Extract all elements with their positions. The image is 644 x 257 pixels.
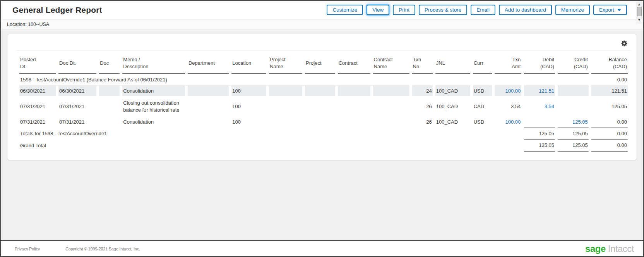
credit-link[interactable]: 125.05 <box>558 117 589 128</box>
table-header-row: PostedDt. Doc Dt. Doc Memo /Description … <box>19 52 628 74</box>
copyright-text: Copyright © 1999-2021 Sage Intacct, Inc. <box>65 247 140 251</box>
table-row: 07/31/2021 07/31/2021 Closing out consol… <box>19 96 628 117</box>
cell-txn-no: 26 <box>412 117 433 128</box>
cell-posted-dt: 07/31/2021 <box>19 96 56 117</box>
general-ledger-table: PostedDt. Doc Dt. Doc Memo /Description … <box>17 52 630 152</box>
account-group-label: 1598 - TestAccountOverride1 (Balance For… <box>19 74 409 86</box>
cell-contract <box>338 117 370 128</box>
cell-project-name <box>269 96 302 117</box>
column-header-project: Project <box>305 52 335 74</box>
report-card: PostedDt. Doc Dt. Doc Memo /Description … <box>7 34 637 160</box>
column-header-project-name: ProjectName <box>269 52 302 74</box>
cell-project <box>305 86 335 97</box>
cell-posted-dt: 07/31/2021 <box>19 117 56 128</box>
export-button-label: Export <box>599 7 614 13</box>
column-header-curr: Curr <box>473 52 492 74</box>
top-header-bar: General Ledger Report Customize View Pri… <box>1 1 643 19</box>
sage-logo-text: sage <box>585 243 606 254</box>
cell-curr: USD <box>473 117 492 128</box>
debit-link[interactable]: 3.54 <box>524 96 555 117</box>
column-header-posted-dt: PostedDt. <box>19 52 56 74</box>
scrollbar-thumb[interactable] <box>637 7 642 16</box>
column-header-debit-cad: Debit(CAD) <box>524 52 555 74</box>
column-header-txn-amt: TxnAmt <box>495 52 522 74</box>
column-header-balance-cad: Balance(CAD) <box>591 52 628 74</box>
cell-balance: 121.51 <box>591 86 628 97</box>
cell-memo: Closing out consolidation balance for hi… <box>122 96 185 117</box>
cell-contract-name <box>373 117 409 128</box>
totals-credit: 125.05 <box>558 128 589 140</box>
view-button[interactable]: View <box>367 5 389 15</box>
totals-debit: 125.05 <box>524 128 555 140</box>
cell-txn-amt: 3.54 <box>495 96 522 117</box>
cell-department <box>188 117 229 128</box>
column-header-jnl: JNL <box>435 52 470 74</box>
column-header-txn-no: TxnNo <box>412 52 433 74</box>
process-and-store-button[interactable]: Process & store <box>419 5 467 15</box>
cell-posted-dt: 06/30/2021 <box>19 86 56 97</box>
cell-jnl: 100_CAD <box>435 86 470 97</box>
account-group-header-row: 1598 - TestAccountOverride1 (Balance For… <box>19 74 628 86</box>
cell-doc <box>99 96 120 117</box>
debit-link[interactable]: 121.51 <box>524 86 555 97</box>
grand-total-row: Grand Total 125.05 125.05 0.00 <box>19 140 628 152</box>
cell-department <box>188 96 229 117</box>
customize-button[interactable]: Customize <box>327 5 363 15</box>
cell-contract-name <box>373 86 409 97</box>
intacct-logo-text: Intacct <box>608 243 634 254</box>
txn-amt-link[interactable]: 100.00 <box>495 117 522 128</box>
cell-location: 100 <box>231 86 266 97</box>
cell-memo: Consolidation <box>122 86 185 97</box>
add-to-dashboard-button[interactable]: Add to dashboard <box>499 5 552 15</box>
report-card-toolbar <box>17 38 630 51</box>
footer: Privacy Policy Copyright © 1999-2021 Sag… <box>1 240 643 256</box>
account-totals-row: Totals for 1598 - TestAccountOverride1 1… <box>19 128 628 140</box>
scroll-up-arrow-icon[interactable]: ▲ <box>637 2 641 7</box>
cell-doc-dt: 06/30/2021 <box>58 86 96 97</box>
totals-balance: 0.00 <box>591 128 628 140</box>
page-title: General Ledger Report <box>12 5 102 15</box>
column-header-credit-cad: Credit(CAD) <box>558 52 589 74</box>
app-window: ▲ ▼ General Ledger Report Customize View… <box>0 0 644 257</box>
table-row: 07/31/2021 07/31/2021 Consolidation 100 … <box>19 117 628 128</box>
gear-icon[interactable] <box>620 40 628 47</box>
cell-balance: 0.00 <box>591 117 628 128</box>
cell-doc-dt: 07/31/2021 <box>58 96 96 117</box>
cell-curr: USD <box>473 86 492 97</box>
grand-total-balance: 0.00 <box>591 140 628 152</box>
export-button[interactable]: Export <box>593 5 627 15</box>
privacy-policy-link[interactable]: Privacy Policy <box>15 247 40 251</box>
txn-amt-link[interactable]: 100.00 <box>495 86 522 97</box>
print-button[interactable]: Print <box>393 5 415 15</box>
grand-total-label: Grand Total <box>19 140 521 152</box>
grand-total-debit: 125.05 <box>524 140 555 152</box>
cell-project <box>305 96 335 117</box>
cell-project-name <box>269 86 302 97</box>
sage-intacct-logo: sage Intacct <box>585 243 634 254</box>
column-header-location: Location <box>231 52 266 74</box>
grand-total-credit: 125.05 <box>558 140 589 152</box>
cell-balance: 125.05 <box>591 96 628 117</box>
email-button[interactable]: Email <box>471 5 495 15</box>
cell-debit <box>524 117 555 128</box>
location-bar: Location: 100--USA <box>1 19 643 30</box>
memorize-button[interactable]: Memorize <box>555 5 590 15</box>
cell-doc-dt: 07/31/2021 <box>58 117 96 128</box>
toolbar: Customize View Print Process & store Ema… <box>327 5 632 15</box>
cell-credit <box>558 86 589 97</box>
scroll-down-arrow-icon[interactable]: ▼ <box>637 17 641 22</box>
cell-location: 100 <box>231 117 266 128</box>
cell-doc <box>99 117 120 128</box>
column-header-contract-name: ContractName <box>373 52 409 74</box>
vertical-scrollbar[interactable]: ▲ ▼ <box>636 2 642 24</box>
column-header-doc-dt: Doc Dt. <box>58 52 96 74</box>
column-header-contract: Contract <box>338 52 370 74</box>
account-totals-label: Totals for 1598 - TestAccountOverride1 <box>19 128 521 140</box>
cell-jnl: 100_CAD <box>435 96 470 117</box>
cell-project <box>305 117 335 128</box>
cell-jnl: 100_CAD <box>435 117 470 128</box>
cell-location: 100 <box>231 96 266 117</box>
cell-project-name <box>269 117 302 128</box>
cell-department <box>188 86 229 97</box>
group-balance-forward: 0.00 <box>591 74 628 86</box>
